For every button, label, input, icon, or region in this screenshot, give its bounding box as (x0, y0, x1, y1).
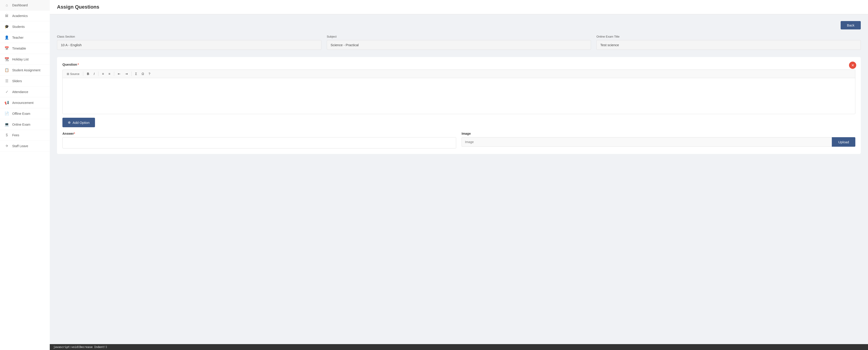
sidebar-item-dashboard[interactable]: ⌂ Dashboard (0, 0, 50, 11)
sidebar-label-academics: Academics (12, 14, 28, 18)
sidebar-item-timetable[interactable]: 📅 Timetable (0, 43, 50, 54)
sidebar-label-attendance: Attendance (12, 90, 28, 94)
upload-button[interactable]: Upload (832, 137, 855, 147)
image-label: Image (462, 132, 855, 136)
sidebar-item-academics[interactable]: 🏛 Academics (0, 11, 50, 21)
sidebar-item-sliders[interactable]: ☰ Sliders (0, 76, 50, 86)
sidebar-item-attendance[interactable]: ✓ Attendance (0, 86, 50, 97)
subject-group: Subject Science - Practical (327, 35, 591, 50)
sidebar-label-holiday: Holiday List (12, 58, 29, 61)
timetable-icon: 📅 (4, 46, 9, 51)
add-option-button[interactable]: ⊕ Add Option (62, 118, 95, 127)
assignment-icon: 📋 (4, 68, 9, 72)
answer-image-row: Answer* Image Upload (62, 132, 855, 148)
top-bar: Back (57, 21, 861, 29)
sidebar-label-staff-leave: Staff Leave (12, 144, 28, 148)
image-input-row: Upload (462, 137, 855, 147)
online-exam-title-group: Online Exam Title Test science (596, 35, 861, 50)
sliders-icon: ☰ (4, 79, 9, 83)
online-exam-icon: 💻 (4, 122, 9, 126)
page-title: Assign Questions (57, 4, 99, 10)
toolbar-separator-1 (83, 71, 83, 76)
delete-icon: ✕ (851, 63, 854, 67)
academics-icon: 🏛 (4, 14, 9, 18)
answer-group: Answer* (62, 132, 456, 148)
image-group: Image Upload (462, 132, 855, 147)
holiday-icon: 📆 (4, 57, 9, 61)
sidebar-label-online-exam: Online Exam (12, 123, 30, 126)
indent-button[interactable]: ⇥ (123, 71, 130, 77)
sidebar-label-timetable: Timetable (12, 47, 26, 50)
bold-button[interactable]: B (85, 71, 91, 77)
sidebar-label-fees: Fees (12, 133, 19, 137)
source-button[interactable]: ⊞ Source (65, 71, 81, 77)
question-section: ✕ Question* ⊞ Source B I (57, 57, 861, 154)
class-section-label: Class Section (57, 35, 321, 38)
tooltip-text: javascript:void(Decrease Indent!) (53, 346, 107, 349)
sidebar-label-teacher: Teacher (12, 36, 24, 39)
answer-input[interactable] (62, 137, 456, 148)
fees-icon: $ (4, 133, 9, 137)
source-icon: ⊞ (67, 72, 69, 76)
add-option-icon: ⊕ (68, 120, 71, 124)
class-section-group: Class Section 10 A - English (57, 35, 321, 50)
content-area: Back Class Section 10 A - English Subjec… (50, 14, 868, 165)
toolbar-separator-2 (98, 71, 98, 76)
ordered-list-icon: ≡ (102, 72, 104, 76)
sidebar-item-students[interactable]: 🎓 Students (0, 21, 50, 32)
toolbar-separator-4 (131, 71, 132, 76)
sidebar-label-students: Students (12, 25, 25, 29)
unordered-list-button[interactable]: ≡ (106, 71, 112, 77)
sidebar-label-announcement: Announcement (12, 101, 33, 105)
toolbar-separator-3 (114, 71, 114, 76)
teacher-icon: 👤 (4, 35, 9, 39)
delete-question-button[interactable]: ✕ (849, 62, 856, 69)
announcement-icon: 📢 (4, 100, 9, 105)
tooltip-bar: javascript:void(Decrease Indent!) (50, 344, 868, 350)
students-icon: 🎓 (4, 25, 9, 29)
sidebar-label-assignment: Student Assignment (12, 68, 40, 72)
sum-button[interactable]: Σ (133, 71, 139, 77)
back-button[interactable]: Back (841, 21, 861, 29)
sidebar-item-teacher[interactable]: 👤 Teacher (0, 32, 50, 43)
sidebar-label-offline-exam: Offline Exam (12, 112, 30, 115)
sidebar-item-fees[interactable]: $ Fees (0, 130, 50, 141)
outdent-button[interactable]: ⇤ (116, 71, 122, 77)
sidebar-label-sliders: Sliders (12, 79, 22, 83)
omega-button[interactable]: Ω (140, 71, 146, 77)
question-editor[interactable] (62, 78, 855, 114)
indent-icon: ⇥ (125, 72, 128, 76)
sidebar-item-holiday-list[interactable]: 📆 Holiday List (0, 54, 50, 65)
sidebar: ⌂ Dashboard 🏛 Academics 🎓 Students 👤 Tea… (0, 0, 50, 350)
attendance-icon: ✓ (4, 90, 9, 94)
offline-exam-icon: 📄 (4, 111, 9, 116)
subject-value: Science - Practical (327, 40, 591, 50)
editor-toolbar: ⊞ Source B I ≡ ≡ ⇤ (62, 69, 855, 78)
question-label: Question* (62, 62, 855, 66)
ordered-list-button[interactable]: ≡ (100, 71, 105, 77)
sidebar-item-student-assignment[interactable]: 📋 Student Assignment (0, 65, 50, 76)
sidebar-label-dashboard: Dashboard (12, 3, 28, 7)
online-exam-title-label: Online Exam Title (596, 35, 861, 38)
answer-label: Answer* (62, 132, 456, 136)
unordered-list-icon: ≡ (108, 72, 110, 76)
italic-button[interactable]: I (92, 71, 96, 77)
main-content: Assign Questions Back Class Section 10 A… (50, 0, 868, 350)
sidebar-item-offline-exam[interactable]: 📄 Offline Exam (0, 108, 50, 119)
class-section-value: 10 A - English (57, 40, 321, 50)
page-header: Assign Questions (50, 0, 868, 14)
online-exam-title-value: Test science (596, 40, 861, 50)
dashboard-icon: ⌂ (4, 3, 9, 7)
help-button[interactable]: ? (147, 71, 152, 77)
sidebar-item-announcement[interactable]: 📢 Announcement (0, 97, 50, 108)
sidebar-item-staff-leave[interactable]: ✈ Staff Leave (0, 141, 50, 151)
outdent-icon: ⇤ (118, 72, 121, 76)
staff-leave-icon: ✈ (4, 144, 9, 148)
sidebar-item-online-exam[interactable]: 💻 Online Exam (0, 119, 50, 130)
subject-label: Subject (327, 35, 591, 38)
image-input[interactable] (462, 137, 832, 147)
form-info-row: Class Section 10 A - English Subject Sci… (57, 35, 861, 50)
